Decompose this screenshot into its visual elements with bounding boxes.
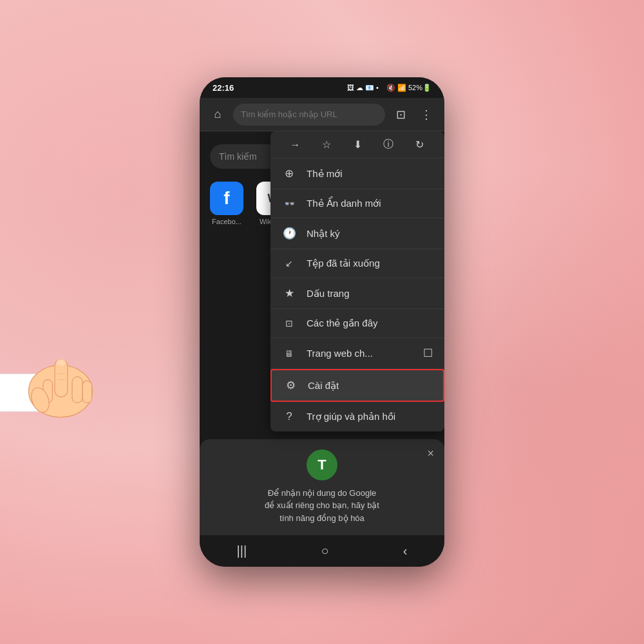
home-button[interactable]: ⌂ [207, 108, 228, 121]
hand-illustration-container [0, 325, 113, 431]
page-content-area: Tìm kiếm f Facebo... W Wikine... ảm phạ.… [200, 131, 444, 535]
nav-bar: ||| ○ ‹ [200, 535, 444, 567]
help-label: Trợ giúp và phản hồi [307, 411, 433, 422]
facebook-icon: f [210, 182, 243, 215]
url-text: Tìm kiếm hoặc nhập URL [241, 109, 337, 119]
notification-icons: 🖼 ☁ 📧 • [347, 84, 379, 92]
menu-item-incognito[interactable]: 👓 Thẻ Ẩn danh mới [270, 189, 444, 218]
shortcut-facebook[interactable]: f Facebo... [210, 182, 243, 226]
back-button[interactable]: ‹ [403, 544, 408, 558]
url-bar[interactable]: Tìm kiếm hoặc nhập URL [233, 104, 385, 126]
history-icon: 🕐 [282, 227, 296, 240]
desktop-site-label: Trang web ch... [307, 348, 413, 359]
menu-item-history[interactable]: 🕐 Nhật ký [270, 218, 444, 249]
download-icon[interactable]: ⬇ [343, 138, 372, 151]
notification-card: × T Để nhận nội dung do Googleđề xuất ri… [200, 439, 444, 535]
downloads-label: Tệp đã tải xuống [307, 258, 433, 269]
menu-item-help[interactable]: ? Trợ giúp và phản hồi [270, 402, 444, 431]
downloads-icon: ↙ [282, 258, 296, 269]
incognito-label: Thẻ Ẩn danh mới [307, 198, 433, 209]
bookmarks-label: Dấu trang [307, 288, 433, 299]
notification-close-button[interactable]: × [427, 447, 434, 460]
browser-toolbar: ⌂ Tìm kiếm hoặc nhập URL ⊡ ⋮ [200, 98, 444, 131]
svg-rect-6 [82, 381, 91, 402]
tabs-button[interactable]: ⊡ [390, 108, 411, 122]
new-tab-icon: ⊕ [282, 167, 296, 180]
recent-tabs-icon: ⊡ [282, 318, 296, 328]
search-placeholder: Tìm kiếm [219, 151, 257, 162]
signal-icons: 🔇 📶 52%🔋 [386, 84, 431, 92]
settings-label: Cài đặt [308, 380, 431, 392]
incognito-icon: 👓 [282, 198, 296, 209]
phone-frame: 22:16 🖼 ☁ 📧 • 🔇 📶 52%🔋 ⌂ Tìm kiếm hoặc n… [200, 77, 444, 567]
menu-item-bookmarks[interactable]: ★ Dấu trang [270, 278, 444, 309]
dropdown-menu: → ☆ ⬇ ⓘ ↻ ⊕ Thẻ mới 👓 Thẻ Ẩn danh mới 🕐 … [270, 131, 444, 431]
bookmarks-icon: ★ [282, 287, 296, 300]
menu-item-new-tab[interactable]: ⊕ Thẻ mới [270, 158, 444, 189]
hand-svg [0, 325, 113, 428]
notification-text: Để nhận nội dung do Googleđề xuất riêng … [210, 487, 434, 525]
menu-item-desktop-site[interactable]: 🖥 Trang web ch... ☐ [270, 338, 444, 369]
home-nav-button[interactable]: ○ [321, 544, 328, 558]
status-time: 22:16 [213, 83, 234, 93]
settings-icon: ⚙ [283, 379, 298, 392]
svg-point-9 [57, 359, 66, 366]
desktop-site-icon: 🖥 [282, 348, 296, 359]
more-button[interactable]: ⋮ [416, 108, 437, 122]
status-bar: 22:16 🖼 ☁ 📧 • 🔇 📶 52%🔋 [200, 77, 444, 98]
menu-top-bar: → ☆ ⬇ ⓘ ↻ [270, 131, 444, 158]
recent-tabs-label: Các thẻ gần đây [307, 317, 433, 329]
notification-avatar: T [307, 450, 337, 480]
facebook-label: Facebo... [212, 218, 242, 225]
menu-item-recent-tabs[interactable]: ⊡ Các thẻ gần đây [270, 309, 444, 338]
checkbox-icon: ☐ [423, 346, 433, 360]
menu-item-settings[interactable]: ⚙ Cài đặt [270, 369, 444, 402]
svg-rect-5 [72, 377, 82, 403]
bookmark-icon[interactable]: ☆ [312, 138, 340, 151]
reload-icon[interactable]: ↻ [406, 138, 434, 151]
status-icons: 🖼 ☁ 📧 • 🔇 📶 52%🔋 [347, 84, 431, 92]
new-tab-label: Thẻ mới [307, 168, 433, 180]
info-icon[interactable]: ⓘ [374, 138, 402, 151]
history-label: Nhật ký [307, 228, 433, 240]
forward-icon[interactable]: → [281, 139, 309, 151]
recent-apps-button[interactable]: ||| [237, 544, 247, 558]
avatar-letter: T [317, 457, 326, 473]
help-icon: ? [282, 410, 296, 423]
menu-item-downloads[interactable]: ↙ Tệp đã tải xuống [270, 249, 444, 278]
